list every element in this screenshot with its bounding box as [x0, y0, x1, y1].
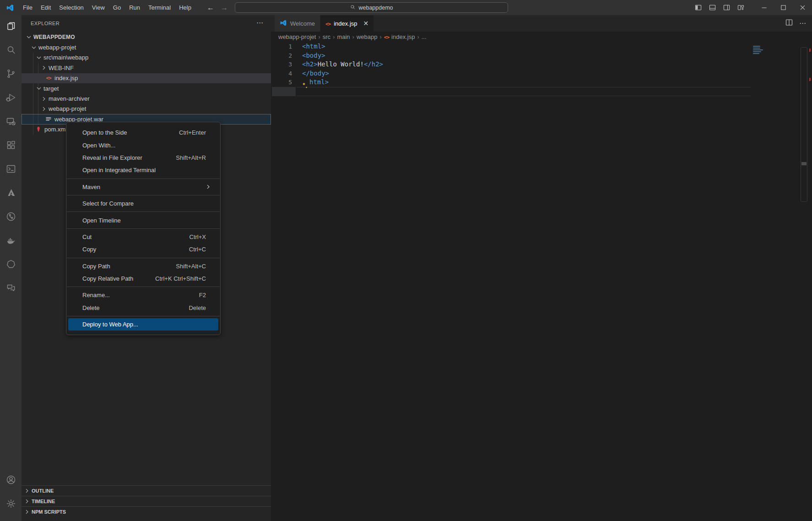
toggle-panel-button[interactable] [705, 0, 720, 15]
menu-item-open-with[interactable]: Open With... [68, 139, 218, 151]
tree-row-index-jsp[interactable]: <>index.jsp [22, 73, 271, 83]
minimize-button[interactable] [754, 0, 774, 15]
menu-view[interactable]: View [88, 0, 109, 15]
forward-arrow-icon[interactable]: → [221, 4, 228, 12]
code-token: html> [309, 78, 329, 86]
file-tree: WEBAPPDEMOwebapp-projetsrc\main\webappWE… [22, 32, 271, 135]
section-outline[interactable]: OUTLINE [22, 485, 271, 496]
menu-item-copy-relative-path[interactable]: Copy Relative PathCtrl+K Ctrl+Shift+C [68, 272, 218, 285]
explorer-more-actions-icon[interactable]: ⋯ [256, 19, 264, 27]
code-token: </h2> [364, 60, 383, 68]
tree-row-webappdemo[interactable]: WEBAPPDEMO [22, 32, 271, 42]
line-number: 1 [271, 42, 292, 51]
menu-item-copy-path[interactable]: Copy PathShift+Alt+C [68, 260, 218, 272]
activitybar-item-commit-graph[interactable] [0, 206, 22, 229]
menu-edit[interactable]: Edit [37, 0, 55, 15]
toggle-secondary-sidebar-button[interactable] [720, 0, 734, 15]
section-label: NPM SCRIPTS [32, 509, 66, 515]
activitybar-item-extensions[interactable] [0, 134, 22, 158]
menu-item-copy[interactable]: CopyCtrl+C [68, 243, 218, 255]
chevron-right-icon [40, 95, 48, 103]
maximize-button[interactable] [774, 0, 793, 15]
activitybar-item-azure[interactable] [0, 182, 22, 206]
activitybar-item-remote-explorer[interactable] [0, 110, 22, 134]
menu-go[interactable]: Go [109, 0, 125, 15]
activitybar-item-docker[interactable] [0, 229, 22, 253]
sidebar-header: EXPLORER [22, 15, 271, 32]
tree-item-label: WEBAPPDEMO [33, 34, 75, 40]
menu-separator [67, 258, 220, 258]
menu-item-label: Open in Integrated Terminal [82, 167, 206, 174]
menu-item-deploy-to-web-app[interactable]: Deploy to Web App... [68, 318, 218, 331]
menu-item-open-timeline[interactable]: Open Timeline [68, 214, 218, 226]
split-editor-icon[interactable] [785, 19, 793, 28]
jsp-file-icon: <> [325, 20, 330, 27]
minimap[interactable] [753, 46, 763, 55]
menu-file[interactable]: File [19, 0, 37, 15]
tree-row-webapp-projet[interactable]: webapp-projet [22, 42, 271, 52]
editor-more-actions-icon[interactable]: ⋯ [799, 19, 807, 27]
menu-item-open-in-integrated-terminal[interactable]: Open in Integrated Terminal [68, 164, 218, 176]
tab-index-jsp[interactable]: <>index.jsp✕ [320, 15, 374, 32]
activitybar-item-comments[interactable] [0, 277, 22, 301]
menu-item-delete[interactable]: DeleteDelete [68, 302, 218, 314]
breadcrumb-item[interactable]: webapp-projet [278, 33, 316, 40]
menu-item-select-for-compare[interactable]: Select for Compare [68, 197, 218, 210]
tab-label: Welcome [290, 20, 315, 27]
breadcrumb-item[interactable]: src [323, 33, 330, 40]
menu-item-reveal-in-file-explorer[interactable]: Reveal in File ExplorerShift+Alt+R [68, 152, 218, 164]
debug-icon [5, 92, 16, 105]
tree-item-label: src\main\webapp [43, 54, 88, 61]
breadcrumb-item[interactable]: webapp [357, 33, 378, 40]
menu-selection[interactable]: Selection [55, 0, 87, 15]
activitybar-item-explorer[interactable] [0, 15, 22, 39]
pom-file-icon [35, 126, 42, 133]
activitybar-item-accounts[interactable] [0, 469, 22, 493]
code-area[interactable]: 1<html>2<body>3<h2>Hello World!</h2>4</b… [271, 42, 812, 521]
activitybar-item-run-and-debug[interactable] [0, 87, 22, 110]
vscode-logo-icon [6, 4, 14, 12]
menu-terminal[interactable]: Terminal [144, 0, 175, 15]
tree-row-target[interactable]: target [22, 83, 271, 93]
section-npm-scripts[interactable]: NPM SCRIPTS [22, 506, 271, 517]
breadcrumb-item[interactable]: <>index.jsp [384, 33, 415, 40]
tree-row-web-inf[interactable]: WEB-INF [22, 63, 271, 73]
breadcrumb-item[interactable]: main [337, 33, 350, 40]
scrollbar[interactable] [801, 47, 807, 202]
menu-separator [67, 228, 220, 229]
command-center-search[interactable]: webappdemo [235, 2, 508, 13]
tree-row-webapp-projet[interactable]: webapp-projet [22, 104, 271, 114]
menu-help[interactable]: Help [175, 0, 195, 15]
back-arrow-icon[interactable]: ← [207, 4, 214, 12]
customize-layout-button[interactable] [734, 0, 748, 15]
menu-separator [67, 195, 220, 195]
scrollbar-thumb[interactable] [801, 162, 807, 165]
menu-item-rename[interactable]: Rename...F2 [68, 289, 218, 301]
azure-icon [5, 187, 16, 200]
activitybar-item-settings[interactable] [0, 493, 22, 516]
breadcrumb-item[interactable]: ... [422, 33, 427, 40]
menu-item-maven[interactable]: Maven [68, 181, 218, 193]
minimap-line-mark [753, 53, 759, 54]
menu-item-label: Deploy to Web App... [82, 321, 206, 328]
tree-row-maven-archiver[interactable]: maven-archiver [22, 93, 271, 103]
section-timeline[interactable]: TIMELINE [22, 496, 271, 506]
line-content: </body> [302, 69, 329, 78]
toggle-primary-sidebar-button[interactable] [691, 0, 705, 15]
line-content: <h2>Hello World!</h2> [302, 60, 383, 69]
activitybar-item-terminal[interactable] [0, 158, 22, 182]
editor-group[interactable]: Welcome<>index.jsp✕ ⋯ webapp-projet›src›… [271, 15, 812, 521]
activitybar-item-kubernetes[interactable] [0, 253, 22, 277]
tree-row-src-main-webapp[interactable]: src\main\webapp [22, 53, 271, 63]
activitybar-item-search[interactable] [0, 39, 22, 63]
menu-item-cut[interactable]: CutCtrl+X [68, 231, 218, 243]
menu-run[interactable]: Run [125, 0, 144, 15]
menu-item-open-to-the-side[interactable]: Open to the SideCtrl+Enter [68, 126, 218, 139]
tab-welcome[interactable]: Welcome [275, 15, 320, 32]
close-tab-icon[interactable]: ✕ [363, 20, 369, 27]
breadcrumb-separator: › [333, 33, 335, 40]
close-button[interactable] [793, 0, 812, 15]
breadcrumb-label: main [337, 33, 350, 40]
activitybar-item-source-control[interactable] [0, 63, 22, 87]
minimap-line-mark [753, 46, 760, 47]
